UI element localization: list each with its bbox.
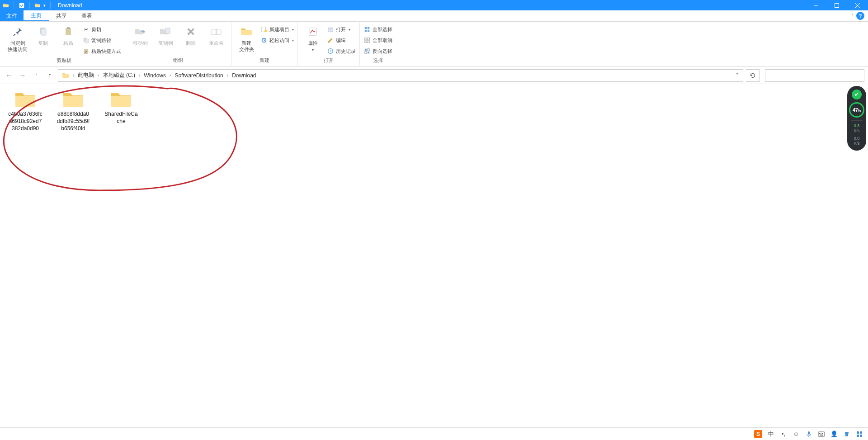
ime-mic-icon[interactable]: [805, 430, 813, 438]
tab-share[interactable]: 共享: [49, 10, 74, 21]
file-tab[interactable]: 文件: [0, 10, 24, 21]
ime-lang[interactable]: 中: [767, 430, 775, 438]
edit-button[interactable]: 编辑: [327, 35, 356, 45]
help-icon[interactable]: ?: [856, 12, 864, 20]
copy-button[interactable]: 复制: [32, 24, 54, 46]
svg-rect-31: [818, 432, 825, 436]
svg-rect-18: [365, 27, 367, 29]
svg-rect-32: [819, 433, 820, 434]
refresh-button[interactable]: [746, 69, 760, 82]
paste-shortcut-button[interactable]: 粘贴快捷方式: [82, 46, 121, 56]
new-item-button[interactable]: 新建项目▾: [260, 24, 294, 34]
tab-view[interactable]: 查看: [74, 10, 99, 21]
folder-icon: [14, 90, 36, 109]
delete-button[interactable]: 删除: [179, 24, 202, 46]
address-bar[interactable]: › 此电脑 › 本地磁盘 (C:) › Windows › SoftwareDi…: [58, 69, 743, 82]
system-monitor-widget[interactable]: ✔ 47% 0.3 K/s 0.0 K/s: [847, 86, 866, 151]
paste-button[interactable]: 粘贴: [57, 24, 80, 46]
close-button[interactable]: [847, 0, 868, 10]
group-label-organize: 组织: [129, 56, 227, 66]
cut-button[interactable]: ✂剪切: [82, 24, 121, 34]
delete-label: 删除: [186, 40, 196, 46]
back-button[interactable]: ←: [4, 70, 14, 81]
ime-skin-icon[interactable]: [843, 430, 851, 438]
select-all-button[interactable]: 全部选择: [363, 24, 392, 34]
folder-icon: [62, 90, 84, 109]
folder-item[interactable]: e88b8f8dda0ddfb89c55d9fb656f40fd: [56, 90, 90, 132]
breadcrumb-item-2[interactable]: Windows: [142, 70, 168, 81]
history-button[interactable]: 历史记录: [327, 46, 356, 56]
properties-label: 属性: [308, 40, 318, 46]
qat-checkbox-icon[interactable]: [19, 2, 25, 9]
svg-rect-0: [19, 3, 24, 8]
svg-rect-37: [860, 431, 862, 434]
invert-selection-button[interactable]: 反向选择: [363, 46, 392, 56]
ime-emoji-icon[interactable]: ☺: [792, 430, 800, 438]
address-dropdown-icon[interactable]: ˅: [736, 73, 738, 78]
collapse-ribbon-icon[interactable]: ˄: [851, 14, 854, 19]
forward-button[interactable]: →: [17, 70, 28, 81]
svg-rect-24: [365, 41, 367, 43]
chevron-right-icon[interactable]: ›: [168, 73, 173, 78]
easy-access-button[interactable]: 轻松访问▾: [260, 35, 294, 45]
ime-user-icon[interactable]: 👤: [830, 430, 838, 438]
rename-button[interactable]: 重命名: [205, 24, 227, 46]
chevron-right-icon[interactable]: ›: [71, 73, 76, 78]
svg-rect-38: [857, 435, 859, 437]
maximize-button[interactable]: [826, 0, 847, 10]
qat-folder-icon[interactable]: [34, 2, 41, 9]
breadcrumb-root-icon[interactable]: [60, 70, 71, 81]
ime-keyboard-icon[interactable]: [817, 430, 826, 438]
breadcrumb-item-0[interactable]: 此电脑: [76, 70, 96, 81]
ime-logo-icon[interactable]: S: [754, 430, 762, 438]
move-to-label: 移动到: [133, 40, 148, 46]
title-bar: ▾ Download: [0, 0, 868, 10]
recent-dropdown[interactable]: ˅: [31, 70, 42, 81]
breadcrumb-item-4[interactable]: Download: [230, 70, 258, 81]
new-folder-button[interactable]: 新建 文件夹: [235, 24, 258, 52]
open-button[interactable]: 打开▾: [327, 24, 356, 34]
svg-rect-5: [67, 27, 70, 29]
folder-item[interactable]: SharedFileCache: [104, 90, 138, 125]
net-down: 0.0 K/s: [854, 136, 859, 146]
folder-name: c4b0a37636fca6918c92ed7382da0d90: [8, 110, 42, 132]
svg-rect-29: [368, 52, 369, 53]
svg-rect-3: [41, 29, 46, 35]
ime-toolbox-icon[interactable]: [855, 430, 863, 438]
svg-rect-39: [860, 435, 862, 437]
app-folder-icon: [3, 2, 9, 9]
svg-rect-20: [365, 30, 367, 32]
svg-rect-28: [365, 52, 367, 53]
select-none-button[interactable]: 全部取消: [363, 35, 392, 45]
file-view[interactable]: c4b0a37636fca6918c92ed7382da0d90 e88b8f8…: [0, 84, 868, 427]
move-to-button[interactable]: 移动到: [129, 24, 151, 46]
breadcrumb-item-1[interactable]: 本地磁盘 (C:): [101, 70, 137, 81]
chevron-right-icon[interactable]: ›: [225, 73, 230, 78]
select-none-icon: [363, 37, 371, 44]
scissors-icon: ✂: [82, 26, 90, 33]
copy-to-button[interactable]: 复制到: [154, 24, 177, 46]
pin-icon: [10, 24, 25, 39]
folder-item[interactable]: c4b0a37636fca6918c92ed7382da0d90: [8, 90, 42, 132]
search-input[interactable]: [765, 69, 864, 82]
ribbon-group-new: 新建 文件夹 新建项目▾ 轻松访问▾ 新建: [231, 23, 298, 66]
chevron-right-icon[interactable]: ›: [96, 73, 101, 78]
svg-rect-11: [216, 29, 217, 35]
up-button[interactable]: ↑: [44, 70, 55, 81]
ribbon: 固定到 快速访问 复制 粘贴 ✂剪切 复制路径 粘贴快捷方式 剪贴板 移动到: [0, 22, 868, 67]
tab-home[interactable]: 主页: [24, 10, 49, 21]
ribbon-group-clipboard: 固定到 快速访问 复制 粘贴 ✂剪切 复制路径 粘贴快捷方式 剪贴板: [3, 23, 125, 66]
svg-rect-23: [368, 38, 369, 40]
copy-path-button[interactable]: 复制路径: [82, 35, 121, 45]
chevron-right-icon[interactable]: ›: [137, 73, 142, 78]
svg-rect-35: [820, 435, 823, 435]
minimize-button[interactable]: [806, 0, 826, 10]
breadcrumb-item-3[interactable]: SoftwareDistribution: [173, 70, 225, 81]
copy-to-icon: [158, 24, 173, 39]
pin-quickaccess-button[interactable]: 固定到 快速访问: [6, 24, 29, 52]
svg-rect-27: [368, 49, 369, 51]
qat-dropdown-icon[interactable]: ▾: [43, 3, 46, 8]
ribbon-group-organize: 移动到 复制到 删除 重命名 组织: [125, 23, 231, 66]
ime-punct-icon[interactable]: •,: [779, 430, 788, 438]
properties-button[interactable]: 属性 ▾: [302, 24, 324, 53]
